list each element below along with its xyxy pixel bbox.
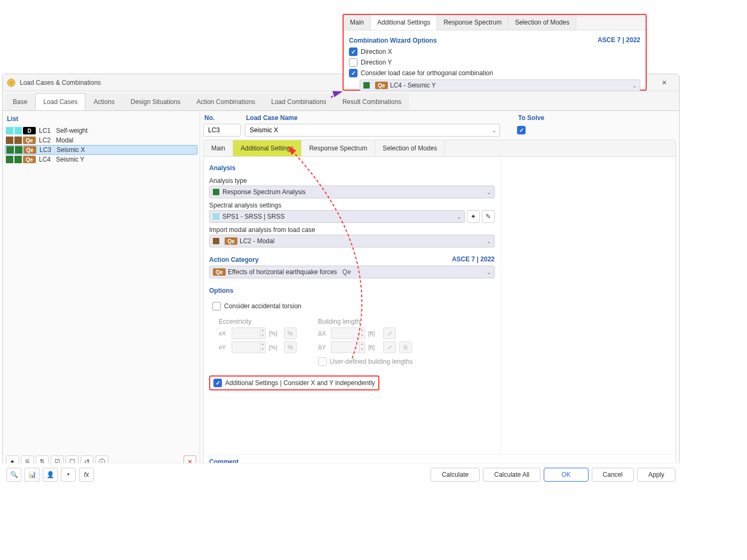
additional-checkbox[interactable]: ✓: [213, 379, 222, 387]
callout-label-dy: Direction Y: [361, 59, 392, 66]
inner-tab-additional[interactable]: Additional Settings: [233, 140, 301, 156]
no-label: No.: [203, 113, 241, 124]
tab-actions[interactable]: Actions: [85, 93, 122, 110]
analysis-type-select[interactable]: Response Spectrum Analysis ⌄: [209, 186, 495, 198]
new-spectral-button[interactable]: ✦: [467, 210, 480, 223]
name-input[interactable]: ⌄: [245, 124, 500, 137]
callout-tab-main[interactable]: Main: [344, 15, 371, 30]
tab-action-combinations[interactable]: Action Combinations: [188, 93, 263, 110]
dy-label: ΔY: [318, 344, 328, 350]
list-badge: D: [23, 127, 36, 134]
list-badge: Qe: [23, 146, 36, 154]
list-id: LC1: [39, 127, 56, 134]
dx-label: ΔX: [318, 330, 328, 337]
callout-checkbox-dx[interactable]: ✓: [349, 47, 357, 56]
category-badge: Qe: [213, 268, 226, 276]
ex-pct-button: %: [284, 327, 297, 339]
callout-ortho-value: LC4 - Seismic Y: [390, 82, 436, 89]
cancel-button[interactable]: Cancel: [592, 468, 634, 482]
torsion-checkbox[interactable]: [212, 302, 221, 310]
dx-pick-button: ⤢: [383, 327, 396, 339]
callout-tab-additional[interactable]: Additional Settings: [371, 15, 437, 30]
edit-spectral-button[interactable]: ✎: [482, 210, 495, 223]
footer-icon-4[interactable]: •: [61, 468, 76, 482]
swatch-icon: [6, 156, 13, 163]
swatch-icon: [363, 82, 370, 89]
additional-settings-highlight: ✓ Additional Settings | Consider X and Y…: [209, 375, 379, 390]
inner-tab-spectrum[interactable]: Response Spectrum: [301, 140, 375, 156]
callout-tab-modes[interactable]: Selection of Modes: [508, 15, 576, 30]
ex-input: ▲▼: [232, 327, 266, 339]
footer-icon-5[interactable]: fx: [79, 468, 94, 482]
spectral-select[interactable]: SPS1 - SRSS | SRSS ⌄: [209, 210, 465, 223]
list-row[interactable]: Qe LC2 Modal: [5, 135, 197, 145]
userlen-checkbox: [318, 357, 327, 366]
callout-panel: Main Additional Settings Response Spectr…: [343, 14, 647, 91]
analysis-type-value: Response Spectrum Analysis: [222, 188, 306, 196]
import-value: LC2 - Modal: [240, 237, 274, 245]
inner-panel: Main Additional Settings Response Spectr…: [203, 140, 676, 484]
import-badge: Qe: [225, 237, 237, 245]
list-badge: Qe: [23, 137, 36, 144]
list-name: Seismic Y: [56, 156, 84, 163]
tab-result-combinations[interactable]: Result Combinations: [335, 93, 410, 110]
close-button[interactable]: ✕: [654, 75, 675, 90]
tab-design-situations[interactable]: Design Situations: [123, 93, 188, 110]
ex-unit: [%]: [269, 330, 281, 337]
swatch-icon: [6, 127, 13, 134]
list-row[interactable]: Qe LC3 Seismic X: [5, 145, 197, 155]
list-id: LC2: [39, 137, 56, 144]
tab-load-combinations[interactable]: Load Combinations: [263, 93, 334, 110]
spectral-value: SPS1 - SRSS | SRSS: [222, 213, 285, 220]
dy-pick-button: ⤢: [383, 341, 396, 353]
name-label: Load Case Name: [245, 113, 500, 124]
spectral-label: Spectral analysis settings: [209, 198, 495, 210]
list-row[interactable]: D LC1 Self-weight: [5, 126, 197, 135]
callout-ortho-select[interactable]: Qe LC4 - Seismic Y ⌄: [360, 79, 640, 91]
tab-base[interactable]: Base: [5, 93, 35, 110]
list-row[interactable]: Qe LC4 Seismic Y: [5, 155, 197, 164]
no-input[interactable]: [203, 124, 241, 137]
bl-label: Building length: [318, 318, 412, 327]
list-panel: List D LC1 Self-weight Qe LC2 Modal Qe L…: [3, 111, 200, 484]
chevron-down-icon: ⌄: [487, 189, 491, 195]
category-standard: ASCE 7 | 2022: [452, 255, 495, 263]
category-select[interactable]: Qe Effects of horizontal earthquake forc…: [209, 266, 495, 278]
import-select[interactable]: Qe LC2 - Modal ⌄: [209, 235, 495, 247]
calculate-button[interactable]: Calculate: [431, 468, 480, 482]
footer-icon-1[interactable]: 🔍: [6, 468, 21, 482]
torsion-label: Consider accidental torsion: [224, 302, 301, 310]
chevron-down-icon: ⌄: [457, 214, 461, 220]
ecc-label: Eccentricity: [219, 318, 297, 327]
tab-load-cases[interactable]: Load Cases: [35, 93, 85, 110]
ey-label: eY: [219, 344, 228, 350]
list-name: Modal: [56, 137, 74, 144]
ok-button[interactable]: OK: [544, 468, 588, 482]
footer-icon-3[interactable]: 👤: [43, 468, 58, 482]
solve-checkbox[interactable]: ✓: [517, 126, 526, 134]
inner-tab-main[interactable]: Main: [204, 140, 233, 156]
list-id: LC3: [39, 146, 57, 154]
callout-tab-spectrum[interactable]: Response Spectrum: [437, 15, 508, 30]
apply-button[interactable]: Apply: [637, 468, 676, 482]
swatch-icon: [213, 213, 219, 220]
callout-checkbox-ortho[interactable]: ✓: [349, 69, 357, 77]
chevron-down-icon: ⌄: [492, 127, 496, 133]
footer-icon-2[interactable]: 📊: [25, 468, 39, 482]
callout-section: Combination Wizard Options: [349, 34, 598, 46]
dx-unit: [ft]: [368, 330, 380, 337]
list-items: D LC1 Self-weight Qe LC2 Modal Qe LC3 Se…: [5, 126, 197, 453]
category-section: Action Category: [209, 253, 452, 266]
copy-length-button: ⎘: [399, 341, 412, 353]
ex-label: eX: [219, 330, 228, 337]
footer: 🔍 📊 👤 • fx Calculate Calculate All OK Ca…: [2, 463, 680, 485]
calculate-all-button[interactable]: Calculate All: [483, 468, 541, 482]
callout-checkbox-dy[interactable]: [349, 58, 357, 67]
ey-input: ▲▼: [232, 341, 266, 353]
content-panel: No. Load Case Name ⌄ To Solve ✓: [200, 111, 679, 484]
swatch-icon: [6, 146, 14, 154]
inner-tab-modes[interactable]: Selection of Modes: [375, 140, 445, 156]
dy-input: ▲▼: [331, 341, 365, 353]
ey-pct-button: %: [284, 341, 297, 353]
inner-tabs: Main Additional Settings Response Spectr…: [204, 140, 676, 157]
